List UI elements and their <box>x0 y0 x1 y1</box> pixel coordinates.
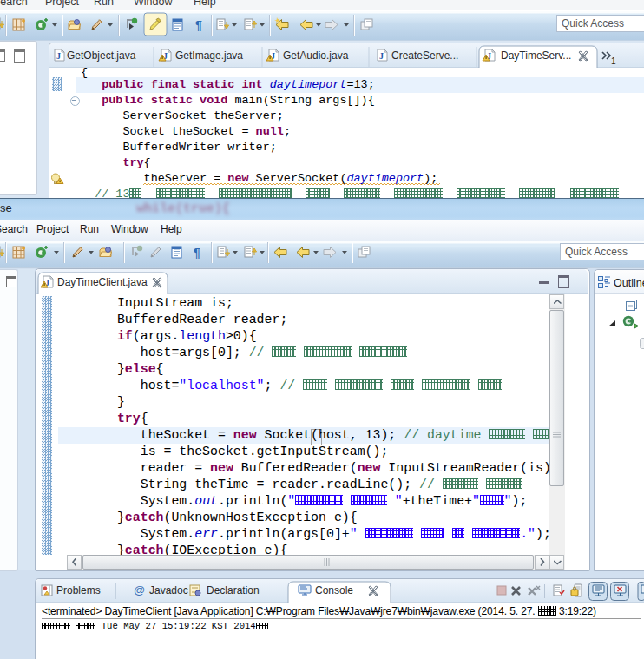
svg-text:1: 1 <box>611 56 616 66</box>
svg-text:@: @ <box>134 583 145 596</box>
